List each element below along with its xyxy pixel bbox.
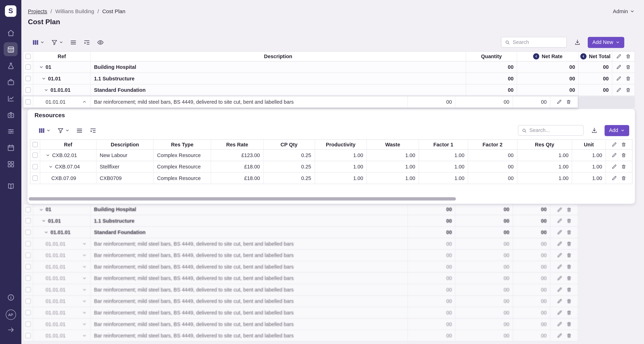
net-rate-column-header[interactable]: Net Rate [517, 52, 579, 61]
add-new-button[interactable]: Add New [588, 37, 624, 48]
delete-icon[interactable] [566, 207, 572, 212]
delete-icon[interactable] [566, 99, 571, 105]
camera-icon[interactable] [4, 108, 18, 122]
row-checkbox[interactable] [32, 164, 38, 169]
row-checkbox[interactable] [26, 287, 31, 292]
resource-row[interactable]: CXB.07.04StellfixerComplex Resource£18.0… [30, 161, 632, 173]
cost-row[interactable]: 01.01.01Standard Foundation000000 [23, 84, 635, 96]
row-checkbox[interactable] [26, 207, 31, 212]
cost-row[interactable]: 01.01.01Bar reinforcement; mild steel ba… [23, 319, 578, 330]
res-rate-column-header[interactable]: Res Rate [211, 140, 264, 149]
expand-row-icon[interactable] [82, 253, 86, 257]
delete-icon[interactable] [621, 175, 626, 181]
select-all-checkbox[interactable] [26, 54, 31, 59]
row-checkbox[interactable] [26, 322, 31, 327]
edit-icon[interactable] [557, 218, 562, 223]
delete-icon[interactable] [566, 230, 572, 235]
collapse-column-icon[interactable] [580, 53, 586, 60]
cost-row[interactable]: 01.01.01Standard Foundation000000 [23, 227, 578, 238]
flask-icon[interactable] [4, 59, 18, 73]
delete-icon[interactable] [566, 253, 572, 258]
delete-icon[interactable] [626, 54, 631, 59]
expand-row-icon[interactable] [82, 299, 86, 303]
cost-row[interactable]: 01.01.01Bar reinforcement; mild steel ba… [23, 307, 578, 319]
cost-row[interactable]: 01.01.01Bar reinforcement; mild steel ba… [23, 284, 578, 296]
edit-icon[interactable] [556, 99, 562, 105]
edit-icon[interactable] [557, 333, 562, 338]
cost-search-input[interactable] [513, 39, 563, 45]
indent-icon[interactable] [90, 127, 96, 134]
user-menu[interactable]: Admin [613, 8, 634, 14]
edit-icon[interactable] [557, 287, 562, 292]
indent-icon[interactable] [83, 39, 90, 46]
edit-icon[interactable] [612, 142, 617, 147]
row-checkbox[interactable] [26, 299, 31, 304]
cost-row[interactable]: 01.01.01Bar reinforcement; mild steel ba… [23, 296, 578, 307]
row-checkbox[interactable] [26, 333, 31, 338]
delete-icon[interactable] [566, 241, 572, 246]
home-icon[interactable] [4, 26, 18, 40]
collapse-group-icon[interactable] [39, 207, 44, 212]
breadcrumb-projects[interactable]: Projects [28, 8, 47, 14]
delete-icon[interactable] [621, 164, 626, 169]
collapse-group-icon[interactable] [44, 230, 48, 234]
expand-row-icon[interactable] [82, 333, 86, 338]
delete-icon[interactable] [566, 287, 572, 292]
edit-icon[interactable] [616, 76, 622, 81]
add-resource-button[interactable]: Add [604, 125, 629, 136]
horizontal-scrollbar-thumb[interactable] [29, 197, 456, 200]
delete-icon[interactable] [626, 64, 631, 70]
waste-column-header[interactable]: Waste [367, 140, 419, 149]
collapse-group-icon[interactable] [42, 76, 46, 81]
delete-icon[interactable] [626, 87, 631, 93]
productivity-column-header[interactable]: Productivity [315, 140, 367, 149]
net-total-column-header[interactable]: Net Total [579, 52, 612, 61]
row-checkbox[interactable] [26, 64, 31, 70]
description-column-header[interactable]: Description [96, 140, 154, 149]
cost-row[interactable]: 01Building Hospital000000 [23, 62, 635, 73]
collapse-group-icon[interactable] [46, 153, 50, 158]
filter-icon[interactable] [51, 39, 63, 46]
edit-icon[interactable] [612, 175, 617, 181]
columns-icon[interactable] [38, 127, 50, 134]
quantity-column-header[interactable]: Quantity [466, 52, 517, 61]
resources-search-input[interactable] [529, 128, 580, 133]
row-checkbox[interactable] [26, 241, 31, 246]
edit-icon[interactable] [616, 64, 622, 70]
edit-icon[interactable] [616, 87, 622, 93]
edit-icon[interactable] [557, 276, 562, 281]
edit-icon[interactable] [557, 264, 562, 269]
edit-icon[interactable] [557, 253, 562, 258]
select-all-checkbox[interactable] [32, 142, 38, 147]
row-checkbox[interactable] [26, 218, 31, 223]
cost-row[interactable]: 01.01.01Bar reinforcement; mild steel ba… [23, 261, 578, 273]
cost-row[interactable]: 01.01.01Bar reinforcement; mild steel ba… [23, 238, 578, 250]
download-icon[interactable] [574, 39, 581, 45]
row-checkbox[interactable] [26, 310, 31, 315]
row-checkbox[interactable] [26, 276, 31, 281]
collapse-group-icon[interactable] [44, 88, 48, 92]
rows-icon[interactable] [70, 39, 77, 46]
delete-icon[interactable] [621, 142, 626, 147]
factor1-column-header[interactable]: Factor 1 [419, 140, 468, 149]
cost-row[interactable]: 01.011.1 Substructure000000 [23, 215, 578, 227]
edit-icon[interactable] [557, 241, 562, 246]
row-checkbox[interactable] [32, 153, 38, 158]
collapse-group-icon[interactable] [48, 164, 53, 169]
row-checkbox[interactable] [26, 230, 31, 235]
delete-icon[interactable] [566, 299, 572, 304]
edit-icon[interactable] [612, 153, 617, 158]
delete-icon[interactable] [626, 76, 631, 81]
cost-row[interactable]: 01.01.01Bar reinforcement; mild steel ba… [23, 250, 578, 261]
expand-row-icon[interactable] [82, 276, 86, 280]
row-checkbox[interactable] [26, 99, 31, 105]
collapse-column-icon[interactable] [533, 53, 539, 60]
apps-grid-icon[interactable] [4, 157, 18, 171]
delete-icon[interactable] [566, 310, 572, 315]
cost-plan-icon[interactable] [4, 42, 18, 56]
download-icon[interactable] [591, 127, 598, 134]
row-checkbox[interactable] [32, 175, 38, 181]
factor2-column-header[interactable]: Factor 2 [468, 140, 517, 149]
expand-row-icon[interactable] [82, 310, 86, 315]
sliders-icon[interactable] [4, 124, 18, 138]
